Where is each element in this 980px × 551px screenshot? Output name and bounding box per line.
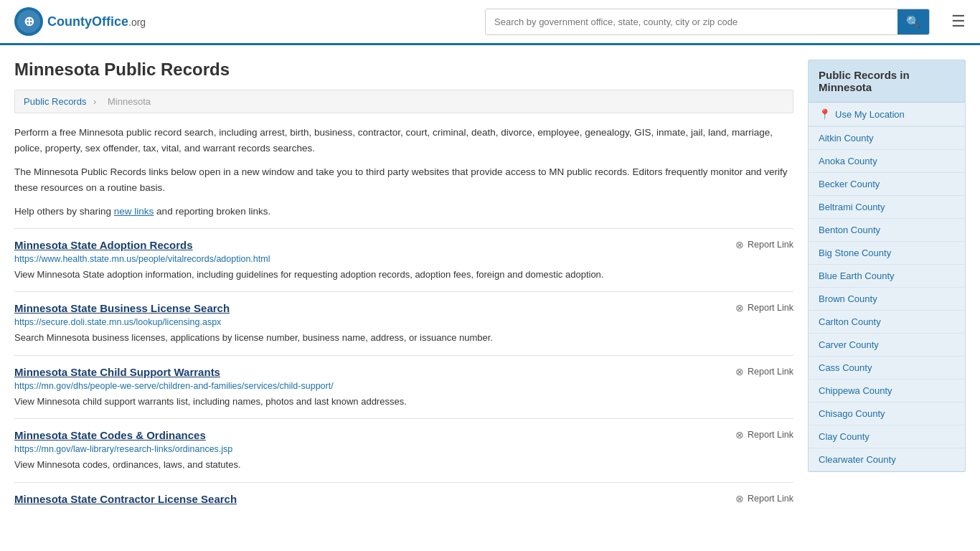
record-entry: Minnesota State Business License Search … xyxy=(14,291,793,355)
sidebar-item-brown-county[interactable]: Brown County xyxy=(809,288,965,311)
sidebar-item-cass-county[interactable]: Cass County xyxy=(809,357,965,380)
sidebar-item-beltrami-county[interactable]: Beltrami County xyxy=(809,196,965,219)
record-url-0[interactable]: https://www.health.state.mn.us/people/vi… xyxy=(14,254,793,264)
county-link-13[interactable]: Clay County xyxy=(809,425,965,448)
report-icon-0: ⊗ xyxy=(735,239,744,250)
record-title-2[interactable]: Minnesota State Child Support Warrants xyxy=(14,366,220,378)
sidebar-box: Public Records in Minnesota 📍 Use My Loc… xyxy=(808,60,966,472)
sidebar-item-anoka-county[interactable]: Anoka County xyxy=(809,150,965,173)
sidebar-item-aitkin-county[interactable]: Aitkin County xyxy=(809,127,965,150)
sidebar-item-chisago-county[interactable]: Chisago County xyxy=(809,402,965,425)
county-link-5[interactable]: Big Stone County xyxy=(809,242,965,264)
county-link-8[interactable]: Carlton County xyxy=(809,311,965,333)
county-link-7[interactable]: Brown County xyxy=(809,288,965,310)
site-header: ⊕ CountyOffice.org 🔍 ☰ xyxy=(0,0,980,45)
breadcrumb-current: Minnesota xyxy=(108,96,151,107)
record-title-4[interactable]: Minnesota State Contractor License Searc… xyxy=(14,493,237,505)
record-url-2[interactable]: https://mn.gov/dhs/people-we-serve/child… xyxy=(14,381,793,391)
record-entry: Minnesota State Child Support Warrants ⊗… xyxy=(14,355,793,419)
record-desc-1: Search Minnesota business licenses, appl… xyxy=(14,331,793,345)
report-link-0[interactable]: ⊗ Report Link xyxy=(735,239,793,250)
report-icon-2: ⊗ xyxy=(735,366,744,377)
use-location-label: Use My Location xyxy=(835,109,905,120)
county-link-2[interactable]: Becker County xyxy=(809,173,965,195)
county-link-1[interactable]: Anoka County xyxy=(809,150,965,172)
report-link-3[interactable]: ⊗ Report Link xyxy=(735,429,793,441)
page-title: Minnesota Public Records xyxy=(14,60,793,80)
svg-text:⊕: ⊕ xyxy=(24,14,34,29)
sidebar-item-becker-county[interactable]: Becker County xyxy=(809,173,965,196)
sidebar-item-blue-earth-county[interactable]: Blue Earth County xyxy=(809,265,965,288)
logo-text: CountyOffice.org xyxy=(47,14,146,29)
county-link-12[interactable]: Chisago County xyxy=(809,402,965,425)
search-input[interactable] xyxy=(486,11,897,33)
report-icon-4: ⊗ xyxy=(735,493,744,504)
search-icon: 🔍 xyxy=(906,16,920,28)
report-link-4[interactable]: ⊗ Report Link xyxy=(735,493,793,504)
logo[interactable]: ⊕ CountyOffice.org xyxy=(14,7,146,36)
location-pin-icon: 📍 xyxy=(819,108,831,120)
county-link-10[interactable]: Cass County xyxy=(809,357,965,379)
report-icon-3: ⊗ xyxy=(735,429,744,441)
record-desc-2: View Minnesota child support warrants li… xyxy=(14,395,793,409)
record-desc-3: View Minnesota codes, ordinances, laws, … xyxy=(14,458,793,472)
record-title-0[interactable]: Minnesota State Adoption Records xyxy=(14,239,193,251)
records-list: Minnesota State Adoption Records ⊗ Repor… xyxy=(14,228,793,518)
county-link-0[interactable]: Aitkin County xyxy=(809,127,965,149)
sidebar: Public Records in Minnesota 📍 Use My Loc… xyxy=(808,60,966,518)
report-link-2[interactable]: ⊗ Report Link xyxy=(735,366,793,377)
sidebar-item-clearwater-county[interactable]: Clearwater County xyxy=(809,448,965,471)
record-entry: Minnesota State Adoption Records ⊗ Repor… xyxy=(14,228,793,292)
description-2: The Minnesota Public Records links below… xyxy=(14,164,793,195)
county-link-9[interactable]: Carver County xyxy=(809,334,965,356)
breadcrumb: Public Records › Minnesota xyxy=(14,90,793,113)
sidebar-item-chippewa-county[interactable]: Chippewa County xyxy=(809,380,965,402)
report-icon-1: ⊗ xyxy=(735,302,744,314)
record-url-1[interactable]: https://secure.doli.state.mn.us/lookup/l… xyxy=(14,317,793,327)
record-url-3[interactable]: https://mn.gov/law-library/research-link… xyxy=(14,444,793,454)
description-1: Perform a free Minnesota public record s… xyxy=(14,125,793,156)
record-title-1[interactable]: Minnesota State Business License Search xyxy=(14,302,230,314)
search-button[interactable]: 🔍 xyxy=(897,9,929,34)
new-links-link[interactable]: new links xyxy=(114,206,154,217)
county-link-6[interactable]: Blue Earth County xyxy=(809,265,965,287)
use-location-item[interactable]: 📍 Use My Location xyxy=(809,103,965,127)
logo-icon: ⊕ xyxy=(14,7,43,36)
county-link-3[interactable]: Beltrami County xyxy=(809,196,965,218)
menu-button[interactable]: ☰ xyxy=(951,12,966,31)
county-link-11[interactable]: Chippewa County xyxy=(809,380,965,402)
county-link-14[interactable]: Clearwater County xyxy=(809,448,965,471)
record-desc-0: View Minnesota State adoption informatio… xyxy=(14,268,793,282)
main-content: Minnesota Public Records Public Records … xyxy=(14,60,793,518)
sidebar-item-big-stone-county[interactable]: Big Stone County xyxy=(809,242,965,265)
breadcrumb-separator: › xyxy=(93,96,96,107)
hamburger-icon: ☰ xyxy=(951,12,966,30)
record-entry: Minnesota State Contractor License Searc… xyxy=(14,482,793,518)
county-link-4[interactable]: Benton County xyxy=(809,219,965,241)
sidebar-item-clay-county[interactable]: Clay County xyxy=(809,425,965,448)
sidebar-title: Public Records in Minnesota xyxy=(809,60,965,103)
sidebar-item-benton-county[interactable]: Benton County xyxy=(809,219,965,242)
report-link-1[interactable]: ⊗ Report Link xyxy=(735,302,793,314)
breadcrumb-home[interactable]: Public Records xyxy=(24,96,86,107)
record-title-3[interactable]: Minnesota State Codes & Ordinances xyxy=(14,429,206,441)
sidebar-item-carlton-county[interactable]: Carlton County xyxy=(809,311,965,334)
sidebar-item-carver-county[interactable]: Carver County xyxy=(809,334,965,357)
search-bar: 🔍 xyxy=(485,9,930,35)
county-list: 📍 Use My Location Aitkin CountyAnoka Cou… xyxy=(809,103,965,471)
description-3: Help others by sharing new links and rep… xyxy=(14,204,793,220)
record-entry: Minnesota State Codes & Ordinances ⊗ Rep… xyxy=(14,418,793,482)
page-container: Minnesota Public Records Public Records … xyxy=(0,45,980,532)
